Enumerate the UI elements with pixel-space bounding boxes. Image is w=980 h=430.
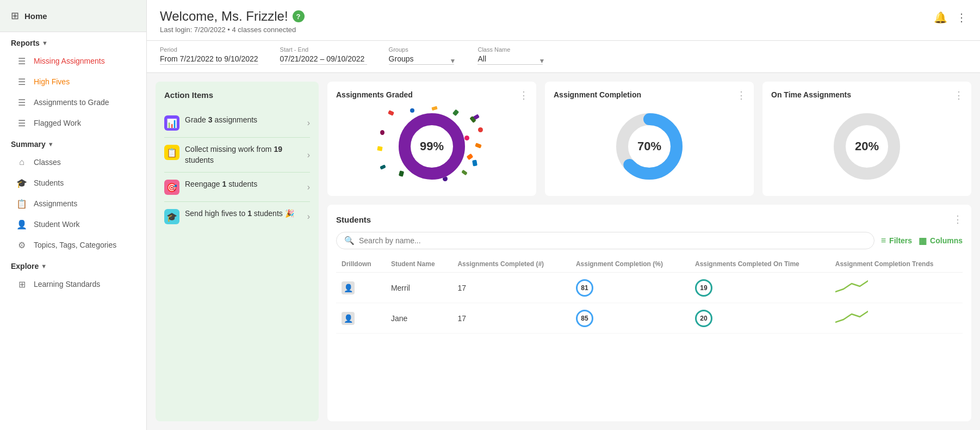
completion-badge: 81	[576, 279, 593, 297]
last-login-text: Last login: 7/20/2022 • 4 classes connec…	[160, 26, 305, 34]
drilldown-cell: 👤	[336, 273, 386, 303]
on-time-assignments-menu[interactable]: ⋮	[954, 89, 964, 101]
filters-button[interactable]: ≡ Filters	[881, 236, 912, 245]
sidebar-item-assignments[interactable]: 📋 Assignments	[0, 193, 146, 214]
reports-label: Reports	[11, 39, 40, 47]
sidebar-item-assignments-to-grade[interactable]: ☰ Assignments to Grade	[0, 92, 146, 113]
table-icon-3: ☰	[16, 97, 27, 108]
sidebar-item-label: Classes	[34, 158, 61, 167]
table-icon-2: ☰	[16, 76, 27, 87]
topics-icon: ⚙	[16, 239, 27, 250]
assignments-graded-menu[interactable]: ⋮	[519, 89, 529, 101]
assignments-icon: 📋	[16, 198, 27, 209]
on-time-assignments-donut: 20%	[829, 108, 905, 185]
high-fives-icon: 🎓	[164, 209, 179, 224]
notification-icon[interactable]: 🔔	[934, 11, 947, 24]
grid-icon: ⊞	[11, 10, 19, 22]
sidebar-item-label: Assignments	[34, 199, 77, 208]
explore-section-header[interactable]: Explore ▼	[0, 255, 146, 274]
on-time-cell: 19	[690, 273, 830, 303]
class-name-filter: Class Name All ▼	[477, 46, 545, 65]
assignment-completion-chart: 70%	[554, 106, 745, 187]
on-time-assignments-chart: 20%	[771, 106, 963, 187]
start-end-value[interactable]: 07/21/2022 – 09/10/2022	[280, 54, 367, 65]
col-student-name: Student Name	[386, 256, 452, 273]
assignments-completed-cell: 17	[452, 273, 570, 303]
action-item-text: Reengage 1 students	[185, 179, 257, 190]
learning-icon: ⊞	[16, 279, 27, 290]
filters-icon: ≡	[881, 236, 886, 245]
students-section: Students ⋮ 🔍 ≡ Filters ▦ Columns	[327, 205, 971, 421]
charts-row: Assignments Graded ⋮	[327, 82, 971, 196]
col-assignments-on-time: Assignments Completed On Time	[690, 256, 830, 273]
sidebar-item-flagged-work[interactable]: ☰ Flagged Work	[0, 113, 146, 133]
sidebar-item-topics-tags-categories[interactable]: ⚙ Topics, Tags, Categories	[0, 235, 146, 255]
on-time-assignments-card: On Time Assignments ⋮ 20%	[762, 82, 971, 196]
home-icon: ⌂	[16, 157, 27, 168]
summary-label: Summary	[11, 140, 46, 149]
sidebar-item-classes[interactable]: ⌂ Classes	[0, 152, 146, 173]
groups-select-arrow: ▼	[450, 57, 456, 65]
explore-label: Explore	[11, 262, 39, 271]
sidebar-item-students[interactable]: 🎓 Students	[0, 173, 146, 193]
more-options-icon[interactable]: ⋮	[956, 11, 967, 24]
assignments-graded-value: 99%	[420, 139, 444, 153]
table-row[interactable]: 👤 Jane 17 85 20	[336, 303, 963, 334]
help-icon[interactable]: ?	[293, 10, 305, 22]
sidebar-item-label: Topics, Tags, Categories	[34, 241, 116, 249]
main-content: Welcome, Ms. Frizzle! ? Last login: 7/20…	[147, 0, 980, 430]
charts-and-students: Assignments Graded ⋮	[327, 82, 971, 421]
period-value[interactable]: From 7/21/2022 to 9/10/2022	[160, 54, 258, 65]
period-label: Period	[160, 46, 258, 53]
columns-button[interactable]: ▦ Columns	[919, 236, 963, 246]
groups-select[interactable]: Groups	[389, 54, 454, 65]
grade-icon: 📊	[164, 115, 179, 131]
sidebar: ⊞ Home Reports ▼ ☰ Missing Assignments ☰…	[0, 0, 147, 430]
sidebar-home[interactable]: ⊞ Home	[0, 0, 146, 32]
trend-icon	[835, 316, 868, 327]
assignment-completion-menu[interactable]: ⋮	[736, 89, 746, 101]
student-search-box[interactable]: 🔍	[336, 232, 874, 249]
students-title: Students	[336, 215, 371, 224]
action-item-high-fives[interactable]: 🎓 Send high fives to 1 students 🎉 ›	[164, 202, 310, 231]
assignment-completion-card: Assignment Completion ⋮ 70%	[545, 82, 754, 196]
completion-pct-cell: 81	[570, 273, 690, 303]
reports-section-header[interactable]: Reports ▼	[0, 32, 146, 51]
page-title: Welcome, Ms. Frizzle! ?	[160, 9, 305, 24]
person-icon: 👤	[342, 281, 355, 294]
action-item-chevron: ›	[307, 212, 310, 222]
sidebar-item-missing-assignments[interactable]: ☰ Missing Assignments	[0, 51, 146, 71]
assignments-graded-donut: 99%	[394, 108, 470, 185]
page-header: Welcome, Ms. Frizzle! ? Last login: 7/20…	[147, 0, 980, 41]
main-content-area: Action Items 📊 Grade 3 assignments › 📋 C…	[147, 73, 980, 430]
sidebar-item-label: Missing Assignments	[34, 57, 105, 65]
table-row[interactable]: 👤 Merril 17 81 19	[336, 273, 963, 303]
sidebar-item-high-fives[interactable]: ☰ High Fives	[0, 71, 146, 92]
reengage-icon: 🎯	[164, 180, 179, 195]
assignments-graded-title: Assignments Graded	[336, 90, 528, 99]
table-icon-4: ☰	[16, 118, 27, 128]
sidebar-item-student-work[interactable]: 👤 Student Work	[0, 214, 146, 235]
drilldown-cell: 👤	[336, 303, 386, 334]
on-time-badge: 20	[695, 310, 712, 327]
action-item-reengage[interactable]: 🎯 Reengage 1 students ›	[164, 173, 310, 202]
students-menu[interactable]: ⋮	[953, 213, 963, 225]
sidebar-item-label: Students	[34, 179, 64, 187]
sidebar-item-learning-standards[interactable]: ⊞ Learning Standards	[0, 274, 146, 294]
start-end-label: Start - End	[280, 46, 367, 53]
assignment-completion-donut: 70%	[611, 108, 687, 185]
summary-section-header[interactable]: Summary ▼	[0, 133, 146, 152]
action-item-collect-missing[interactable]: 📋 Collect missing work from 19 students …	[164, 138, 310, 173]
filters-label: Filters	[889, 236, 912, 245]
groups-filter: Groups Groups ▼	[389, 46, 456, 65]
class-name-select[interactable]: All	[477, 54, 543, 65]
on-time-badge: 19	[695, 279, 712, 297]
action-item-grade-assignments[interactable]: 📊 Grade 3 assignments ›	[164, 108, 310, 138]
groups-label: Groups	[389, 46, 456, 53]
start-end-filter: Start - End 07/21/2022 – 09/10/2022	[280, 46, 367, 65]
action-item-chevron: ›	[307, 182, 310, 192]
explore-arrow: ▼	[41, 263, 47, 269]
search-input[interactable]	[359, 236, 866, 245]
table-icon: ☰	[16, 56, 27, 66]
student-work-icon: 👤	[16, 219, 27, 230]
